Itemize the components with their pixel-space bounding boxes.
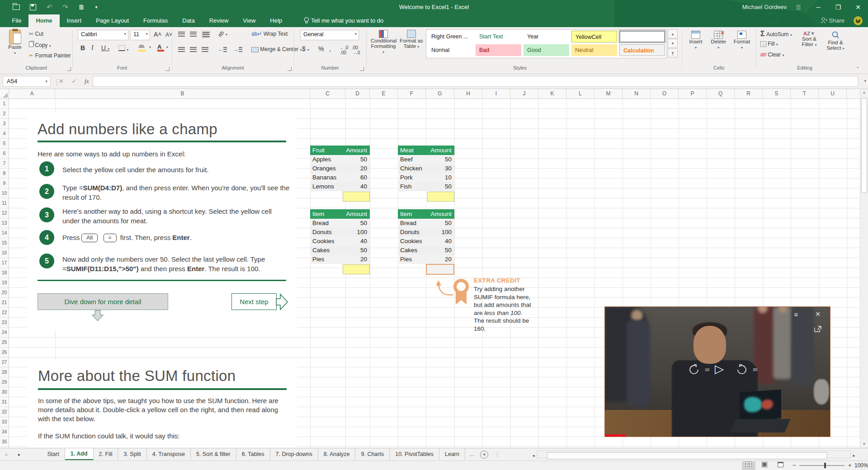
cell-style-bad[interactable]: Bad — [476, 44, 521, 56]
table-row[interactable]: Donuts100 — [398, 228, 454, 237]
close-icon[interactable]: ✕ — [848, 0, 868, 14]
row-header[interactable]: 30 — [0, 387, 9, 397]
percent-style-icon[interactable]: % — [318, 45, 324, 52]
vertical-scroll-thumb[interactable] — [861, 98, 867, 193]
column-header-C[interactable]: C — [310, 89, 345, 99]
cell-style-blank[interactable] — [619, 31, 665, 42]
item-sumif-yellow-cell[interactable] — [343, 264, 370, 274]
font-color-dropdown-icon[interactable]: ▾ — [166, 45, 168, 49]
row-header[interactable]: 1 — [0, 99, 9, 109]
accounting-format-icon[interactable]: $ ▾ — [302, 45, 309, 52]
row-header[interactable]: 26 — [0, 348, 9, 357]
table-row[interactable]: Bread50 — [310, 219, 370, 228]
table-row[interactable]: Beef50 — [398, 155, 454, 164]
increase-indent-icon[interactable]: → — [233, 46, 242, 52]
user-name[interactable]: Michael Gordeev — [742, 0, 787, 14]
fill-button[interactable]: ↓ Fill ▾ — [760, 41, 778, 47]
row-header[interactable]: 28 — [0, 367, 9, 377]
ribbon-tab[interactable]: Home — [28, 14, 59, 27]
name-box-dropdown-icon[interactable]: ▾ — [45, 79, 47, 84]
cell-style-normal[interactable]: Normal — [428, 44, 473, 56]
row-header[interactable]: 7 — [0, 159, 9, 169]
align-right-icon[interactable] — [202, 46, 208, 52]
table-row[interactable]: Oranges20 — [310, 164, 370, 173]
sheet-tab[interactable]: 4. Transpose — [147, 448, 191, 460]
page-layout-view-icon[interactable] — [758, 461, 771, 470]
format-painter-button[interactable]: ✒ Format Painter — [29, 52, 71, 59]
column-header-U[interactable]: U — [819, 89, 847, 99]
fruit-table[interactable]: FruitAmount Apples50Oranges20Bananas60Le… — [310, 146, 370, 191]
meat-sum-yellow-cell[interactable] — [427, 192, 454, 202]
dive-down-button[interactable]: Dive down for more detail — [38, 293, 168, 310]
sheet-tab[interactable]: 8. Analyze — [318, 448, 356, 460]
sheet-tab[interactable]: 5. Sort & filter — [191, 448, 236, 460]
column-header-O[interactable]: O — [651, 89, 679, 99]
cell-style-start-text[interactable]: Start Text — [476, 31, 521, 42]
row-header[interactable]: 13 — [0, 218, 9, 228]
align-left-icon[interactable] — [178, 46, 185, 52]
font-size-select[interactable]: 11▾ — [130, 30, 150, 40]
row-header[interactable]: 25 — [0, 338, 9, 348]
row-header[interactable]: 21 — [0, 298, 9, 308]
sheet-tab[interactable]: 3. Split — [118, 448, 146, 460]
table-row[interactable]: Cookies40 — [310, 237, 370, 246]
column-header-F[interactable]: F — [398, 89, 426, 99]
cell-style-neutral[interactable]: Neutral — [571, 44, 617, 56]
sheet-tab-overflow[interactable]: ... — [467, 448, 476, 460]
ribbon-tab[interactable]: File — [5, 14, 28, 27]
format-cells-button[interactable]: Format▾ — [731, 31, 753, 50]
select-all-corner[interactable] — [0, 89, 9, 99]
table-row[interactable]: Chicken30 — [398, 164, 454, 173]
wrap-text-button[interactable]: ab↵ Wrap Text — [251, 31, 288, 37]
play-icon[interactable]: ▷ — [712, 362, 727, 377]
column-header-S[interactable]: S — [763, 89, 791, 99]
rewind-10-icon[interactable]: 10 — [687, 363, 701, 377]
column-header-D[interactable]: D — [345, 89, 370, 99]
ribbon-tab[interactable]: Review — [202, 14, 236, 27]
table-row[interactable]: Pies20 — [398, 255, 454, 264]
table-row[interactable]: Lemons40 — [310, 182, 370, 191]
insert-function-icon[interactable]: fx — [85, 78, 89, 85]
row-header[interactable]: 14 — [0, 228, 9, 238]
item-table-right[interactable]: ItemAmount Bread50Donuts100Cookies40Cake… — [398, 209, 454, 264]
cell-style-yellowcell[interactable]: YellowCell — [571, 31, 617, 42]
column-header-I[interactable]: I — [482, 89, 510, 99]
row-header[interactable]: 35 — [0, 437, 9, 447]
styles-scroll-down-icon[interactable]: ▾ — [668, 39, 678, 48]
row-header[interactable]: 29 — [0, 377, 9, 387]
column-header-H[interactable]: H — [454, 89, 482, 99]
horizontal-scroll-thumb[interactable] — [547, 452, 827, 459]
table-row[interactable]: Cakes50 — [310, 246, 370, 255]
font-dialog-launcher-icon[interactable] — [165, 67, 170, 71]
clear-button[interactable]: Clear ▾ — [760, 52, 784, 58]
cut-button[interactable]: ✂ Cut — [29, 31, 43, 37]
column-header-B[interactable]: B — [55, 89, 310, 99]
tabbar-menu-icon[interactable]: ⋮ — [495, 451, 500, 457]
zoom-slider-thumb[interactable] — [824, 463, 826, 468]
table-row[interactable]: Pork10 — [398, 173, 454, 182]
vertical-scrollbar[interactable]: ▲ ▼ — [860, 89, 868, 448]
align-top-icon[interactable] — [178, 31, 185, 37]
zoom-in-icon[interactable]: + — [848, 462, 852, 469]
row-header[interactable]: 23 — [0, 318, 9, 328]
sheet-tab[interactable]: 1. Add — [65, 448, 94, 460]
ribbon-tab[interactable]: Help — [263, 14, 289, 27]
format-as-table-button[interactable]: Format asTable ▾ — [400, 30, 423, 49]
horizontal-scrollbar[interactable]: ◂ ▸ — [528, 450, 860, 460]
row-header[interactable]: 16 — [0, 248, 9, 258]
restore-icon[interactable]: ❐ — [828, 0, 848, 14]
fruit-sum-yellow-cell[interactable] — [343, 192, 370, 202]
sheet-tab[interactable]: 9. Charts — [355, 448, 390, 460]
increase-decimal-icon[interactable]: ←.0.00 — [340, 45, 348, 55]
cell-style-calculation[interactable]: Calculation — [619, 44, 665, 56]
column-header-N[interactable]: N — [623, 89, 651, 99]
page-break-view-icon[interactable] — [774, 461, 787, 470]
row-header[interactable]: 5 — [0, 139, 9, 149]
row-header[interactable]: 10 — [0, 188, 9, 198]
row-header[interactable]: 19 — [0, 278, 9, 288]
autosum-button[interactable]: Σ AutoSum ▾ — [760, 30, 792, 38]
tell-me-box[interactable]: Tell me what you want to do — [303, 14, 384, 27]
video-menu-icon[interactable]: ≡ — [790, 310, 802, 318]
column-header-R[interactable]: R — [735, 89, 763, 99]
sheet-tab[interactable]: 2. Fill — [94, 448, 118, 460]
